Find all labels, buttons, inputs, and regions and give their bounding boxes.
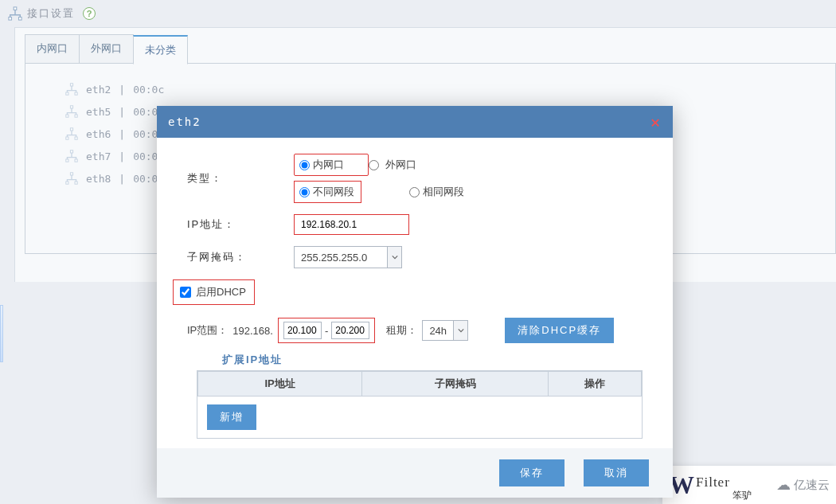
label-ip: IP地址： <box>187 217 294 232</box>
radio-same-input[interactable] <box>409 187 420 197</box>
list-item[interactable]: eth2|00:0c <box>65 78 835 100</box>
lease-select[interactable]: 24h <box>422 320 468 341</box>
network-icon <box>8 6 22 21</box>
svg-rect-17 <box>75 182 77 184</box>
subnet-mask-select[interactable]: 255.255.255.0 <box>294 246 402 268</box>
col-op: 操作 <box>549 372 642 397</box>
svg-rect-2 <box>19 18 22 21</box>
page-title: 接口设置 <box>27 6 75 21</box>
ext-ip-table: IP地址 子网掩码 操作 <box>197 371 642 397</box>
svg-rect-15 <box>70 173 72 175</box>
iface-name: eth6 <box>86 128 111 140</box>
label-type: 类型： <box>187 171 294 186</box>
svg-rect-14 <box>75 159 77 162</box>
tab-wan[interactable]: 外网口 <box>79 34 134 64</box>
svg-rect-11 <box>75 137 77 139</box>
dhcp-enable-label: 启用DHCP <box>196 285 246 299</box>
svg-rect-16 <box>66 182 68 184</box>
lease-value: 24h <box>422 320 454 341</box>
network-icon <box>65 127 78 140</box>
radio-same-segment[interactable]: 相同网段 <box>409 185 464 199</box>
col-ip: IP地址 <box>198 372 362 397</box>
svg-rect-5 <box>75 92 77 95</box>
chevron-down-icon[interactable] <box>454 320 468 341</box>
interface-config-dialog: eth2 ✕ 类型： 内网口 外网口 不同网段 相同网段 <box>157 106 673 498</box>
radio-lan[interactable]: 内网口 <box>299 158 344 172</box>
page-header: 接口设置 ? <box>0 0 836 27</box>
radio-diff-input[interactable] <box>299 187 310 197</box>
radio-diff-segment[interactable]: 不同网段 <box>299 185 354 199</box>
ip-range-group: - <box>278 318 375 343</box>
dhcp-enable-checkbox[interactable] <box>180 287 191 298</box>
help-icon[interactable]: ? <box>83 7 96 20</box>
subnet-mask-value: 255.255.255.0 <box>294 246 388 268</box>
watermark: W Filter 笨驴 ☁ 亿速云 <box>662 466 836 504</box>
dhcp-enable-checkbox-wrap[interactable]: 启用DHCP <box>173 279 255 305</box>
radio-wan-input[interactable] <box>369 160 379 170</box>
row-dhcp-range: IP范围： 192.168. - 租期： 24h 清除DHCP缓存 <box>187 318 643 343</box>
cancel-button[interactable]: 取消 <box>584 459 649 486</box>
yisu-logo: ☁ 亿速云 <box>776 476 830 494</box>
cloud-icon: ☁ <box>776 476 791 494</box>
dialog-title: eth2 <box>168 115 201 128</box>
clear-dhcp-cache-button[interactable]: 清除DHCP缓存 <box>505 318 614 343</box>
svg-rect-3 <box>70 84 72 86</box>
label-mask: 子网掩码： <box>187 250 294 264</box>
row-type: 类型： 内网口 外网口 不同网段 相同网段 <box>187 154 643 203</box>
network-icon <box>65 105 78 118</box>
dialog-body: 类型： 内网口 外网口 不同网段 相同网段 IP地址： <box>157 138 673 448</box>
svg-rect-8 <box>75 115 77 117</box>
svg-rect-13 <box>66 159 68 162</box>
radio-lan-input[interactable] <box>299 160 310 170</box>
chevron-down-icon[interactable] <box>388 246 402 268</box>
label-ip-range: IP范围： <box>187 323 228 338</box>
ip-range-start-input[interactable] <box>283 322 322 339</box>
radio-wan[interactable]: 外网口 <box>369 154 416 175</box>
tab-uncategorized[interactable]: 未分类 <box>133 35 188 64</box>
iface-name: eth7 <box>86 150 111 162</box>
tab-strip: 内网口 外网口 未分类 <box>15 34 836 64</box>
svg-rect-10 <box>66 137 68 139</box>
wfilter-logo: W Filter 笨驴 <box>669 471 752 500</box>
svg-rect-6 <box>70 106 72 108</box>
label-lease: 租期： <box>386 323 417 338</box>
save-button[interactable]: 保存 <box>499 459 564 486</box>
svg-rect-12 <box>70 150 72 153</box>
iface-name: eth8 <box>86 173 111 185</box>
network-icon <box>65 150 78 162</box>
tab-lan[interactable]: 内网口 <box>25 34 80 64</box>
svg-rect-7 <box>66 115 68 117</box>
range-prefix: 192.168. <box>232 325 273 337</box>
svg-rect-1 <box>9 18 12 21</box>
ip-address-input[interactable] <box>294 214 409 235</box>
dialog-titlebar[interactable]: eth2 ✕ <box>157 106 673 138</box>
iface-name: eth2 <box>86 84 111 96</box>
svg-rect-9 <box>70 128 72 131</box>
ext-ip-table-wrap: IP地址 子网掩码 操作 新增 <box>197 370 643 439</box>
svg-rect-0 <box>14 7 17 10</box>
iface-name: eth5 <box>86 106 111 118</box>
row-mask: 子网掩码： 255.255.255.0 <box>187 246 643 268</box>
ext-ip-section-title: 扩展IP地址 <box>222 353 643 367</box>
add-ext-ip-button[interactable]: 新增 <box>207 404 256 430</box>
ip-range-end-input[interactable] <box>331 322 369 339</box>
close-icon[interactable]: ✕ <box>650 114 662 130</box>
network-icon <box>65 83 78 96</box>
left-accent <box>0 305 3 362</box>
dialog-footer: 保存 取消 <box>157 448 673 498</box>
svg-rect-4 <box>66 92 68 95</box>
row-ip: IP地址： <box>187 214 643 235</box>
iface-mac: 00:0c <box>133 84 164 96</box>
col-mask: 子网掩码 <box>362 372 549 397</box>
network-icon <box>65 172 78 185</box>
